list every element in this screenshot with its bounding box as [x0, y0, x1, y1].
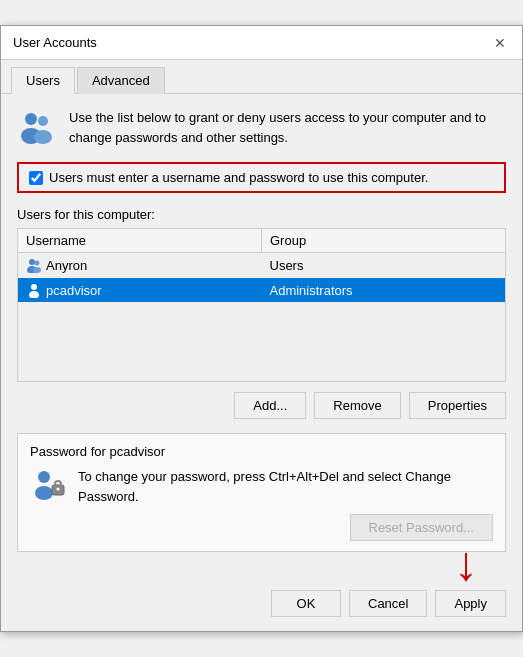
- svg-rect-13: [55, 481, 61, 487]
- dialog-footer: OK Cancel Apply ↓: [1, 582, 522, 631]
- svg-point-7: [33, 267, 41, 273]
- password-text: To change your password, press Ctrl+Alt+…: [78, 467, 493, 506]
- cell-username-anyron: Anyron: [18, 253, 262, 277]
- svg-point-6: [35, 261, 40, 266]
- svg-point-14: [57, 488, 60, 491]
- column-username: Username: [18, 229, 262, 252]
- title-bar: User Accounts ✕: [1, 26, 522, 60]
- content-area: Use the list below to grant or deny user…: [1, 94, 522, 582]
- svg-point-11: [35, 486, 53, 500]
- tab-users[interactable]: Users: [11, 67, 75, 94]
- svg-point-3: [34, 130, 52, 144]
- password-section: Password for pcadvisor To change your pa…: [17, 433, 506, 552]
- svg-point-9: [29, 291, 39, 298]
- password-section-title: Password for pcadvisor: [30, 444, 493, 459]
- cell-group-pcadvisor: Administrators: [262, 278, 506, 302]
- svg-point-2: [38, 116, 48, 126]
- properties-button[interactable]: Properties: [409, 392, 506, 419]
- cell-username-pcadvisor: pcadvisor: [18, 278, 262, 302]
- users-must-enter-checkbox[interactable]: [29, 171, 43, 185]
- column-group: Group: [262, 229, 505, 252]
- apply-container: Apply ↓: [435, 590, 506, 617]
- reset-password-button[interactable]: Reset Password...: [350, 514, 494, 541]
- users-section: Users for this computer: Username Group: [17, 207, 506, 382]
- add-button[interactable]: Add...: [234, 392, 306, 419]
- password-content: To change your password, press Ctrl+Alt+…: [30, 467, 493, 506]
- table-row[interactable]: pcadvisor Administrators: [18, 278, 505, 303]
- reset-password-row: Reset Password...: [30, 514, 493, 541]
- cell-group-anyron: Users: [262, 253, 506, 277]
- close-button[interactable]: ✕: [490, 33, 510, 53]
- svg-point-0: [25, 113, 37, 125]
- checkbox-label[interactable]: Users must enter a username and password…: [49, 170, 428, 185]
- password-icon: [30, 467, 66, 506]
- dialog-title: User Accounts: [13, 35, 97, 50]
- info-text: Use the list below to grant or deny user…: [69, 108, 506, 147]
- cancel-button[interactable]: Cancel: [349, 590, 427, 617]
- user-row-icon: [26, 257, 42, 273]
- svg-point-4: [29, 259, 35, 265]
- svg-point-8: [31, 284, 37, 290]
- table-header: Username Group: [17, 228, 506, 252]
- svg-point-10: [38, 471, 50, 483]
- apply-button[interactable]: Apply: [435, 590, 506, 617]
- user-row-icon-selected: [26, 282, 42, 298]
- table-row[interactable]: Anyron Users: [18, 253, 505, 278]
- users-section-title: Users for this computer:: [17, 207, 506, 222]
- remove-button[interactable]: Remove: [314, 392, 400, 419]
- ok-button[interactable]: OK: [271, 590, 341, 617]
- tab-advanced[interactable]: Advanced: [77, 67, 165, 94]
- tabs-container: Users Advanced: [1, 60, 522, 94]
- users-icon: [17, 108, 57, 148]
- users-table: Anyron Users pcadvisor: [17, 252, 506, 382]
- checkbox-section: Users must enter a username and password…: [17, 162, 506, 193]
- user-action-buttons: Add... Remove Properties: [17, 392, 506, 419]
- info-section: Use the list below to grant or deny user…: [17, 108, 506, 148]
- user-accounts-dialog: User Accounts ✕ Users Advanced Use the l: [0, 25, 523, 632]
